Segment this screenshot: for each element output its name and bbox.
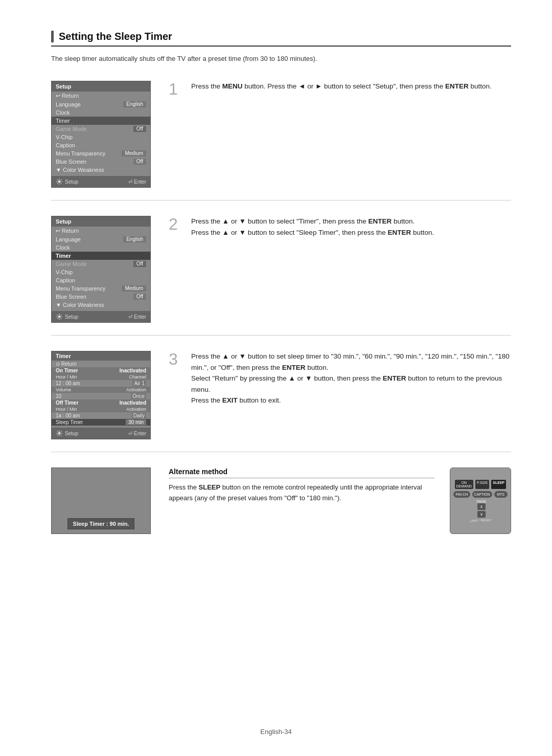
step-3-image: Timer ⊙ Return On TimerInactivated Hour … xyxy=(51,351,153,439)
gear-icon-3 xyxy=(56,430,63,437)
setup-menu-title: Setup xyxy=(52,81,150,92)
sleep-screen: Sleep Timer : 90 min. xyxy=(51,468,151,534)
menu2-item-blue-screen: Blue ScreenOff xyxy=(52,293,150,301)
footer-page-number: English-34 xyxy=(260,728,291,736)
menu2-item-caption: Caption xyxy=(52,276,150,284)
remote-caption-btn: CAPTION xyxy=(472,491,492,498)
alternate-title-bar: Alternate method xyxy=(169,468,434,478)
remote-favch-btn: FAV.CH xyxy=(453,491,470,498)
step-1-number: 1 xyxy=(169,81,184,97)
step-2-image: Setup ↩ Return LanguageEnglish Clock Tim… xyxy=(51,216,153,323)
alternate-description: Press the SLEEP button on the remote con… xyxy=(169,482,434,504)
setup-footer-text: Setup xyxy=(65,179,78,185)
step-1-content: 1 Press the MENU button. Press the ◄ or … xyxy=(169,81,511,97)
setup-footer-label: Setup xyxy=(56,178,78,185)
remote-psize-btn: P.SIZE xyxy=(475,480,489,489)
menu2-item-clock: Clock xyxy=(52,243,150,252)
section-description: The sleep timer automatically shuts off … xyxy=(51,55,511,62)
timer-menu-screen: Timer ⊙ Return On TimerInactivated Hour … xyxy=(51,351,151,439)
timer-volume-val: 10Once xyxy=(52,393,150,399)
timer-footer-enter: ⏎ Enter xyxy=(128,431,146,436)
timer-return: ⊙ Return xyxy=(52,361,150,367)
setup-footer-text-2: Setup xyxy=(65,314,78,320)
timer-menu-footer: Setup ⏎ Enter xyxy=(52,428,150,439)
timer-off-hourmin-val: 1a : 00 amDaily xyxy=(52,412,150,419)
menu-item-menu-transparency: Menu TransparencyMedium xyxy=(52,149,150,158)
alternate-section: Sleep Timer : 90 min. Alternate method P… xyxy=(51,468,511,534)
gear-icon xyxy=(56,178,63,185)
menu-item-gamemode: Game ModeOff xyxy=(52,125,150,133)
step-3-content: 3 Press the ▲ or ▼ button to set sleep t… xyxy=(169,351,511,406)
setup-footer-enter-2: ⏎ Enter xyxy=(128,314,146,320)
remote-mts-btn: MTS xyxy=(494,491,508,498)
remote-reset-label: ○RESET xyxy=(479,519,492,522)
timer-hourmin-val: 12 : 00 amAir 1 xyxy=(52,380,150,387)
menu-item-caption: Caption xyxy=(52,141,150,149)
timer-offtimer: Off TimerInactivated xyxy=(52,399,150,406)
step-1-image: Setup ↩ Return LanguageEnglish Clock Tim… xyxy=(51,81,153,188)
step-3-number: 3 xyxy=(169,351,184,367)
section-title-bar: Setting the Sleep Timer xyxy=(51,31,511,47)
remote-control-image: ONDEMAND P.SIZE SLEEP FAV.CH CAPTION MTS… xyxy=(450,468,511,534)
page-container: Setting the Sleep Timer The sleep timer … xyxy=(0,0,552,756)
remote-up-btn[interactable]: ∧ xyxy=(477,503,486,510)
step-2-content: 2 Press the ▲ or ▼ button to select "Tim… xyxy=(169,216,511,238)
setup-footer-label-2: Setup xyxy=(56,313,78,320)
timer-hourmin-header: Hour / MinChannel xyxy=(52,374,150,380)
menu-item-language: LanguageEnglish xyxy=(52,100,150,108)
menu-item-blue-screen: Blue ScreenOff xyxy=(52,158,150,166)
remote-arrow-col: ∧ ∨ xyxy=(477,503,486,518)
setup-menu-footer-2: Setup ⏎ Enter xyxy=(52,311,150,322)
setup-menu-screen-2: Setup ↩ Return LanguageEnglish Clock Tim… xyxy=(51,216,151,323)
remote-mid-row: FAV.CH CAPTION MTS xyxy=(453,491,507,498)
page-footer: English-34 xyxy=(0,728,552,736)
remote-page-area: PAGE ∧ ∨ xyxy=(475,500,487,518)
alternate-title: Alternate method xyxy=(169,468,227,476)
sleep-timer-label: Sleep Timer : 90 min. xyxy=(67,518,135,529)
page-title: Setting the Sleep Timer xyxy=(59,31,172,42)
setup-footer-enter: ⏎ Enter xyxy=(128,179,146,185)
timer-footer-label: Setup xyxy=(56,430,78,437)
alternate-image: Sleep Timer : 90 min. xyxy=(51,468,153,534)
step-3-row: Timer ⊙ Return On TimerInactivated Hour … xyxy=(51,351,511,452)
timer-ontimer: On TimerInactivated xyxy=(52,367,150,374)
gear-icon-2 xyxy=(56,313,63,320)
setup-menu-title-2: Setup xyxy=(52,216,150,227)
sleep-timer-row: Sleep Timer30 min xyxy=(52,419,150,426)
menu-item-timer: Timer xyxy=(52,117,150,125)
menu-item-clock: Clock xyxy=(52,108,150,117)
remote-sleep-btn: SLEEP xyxy=(491,480,506,489)
menu-item-vchip: V-Chip xyxy=(52,133,150,141)
svg-point-2 xyxy=(58,432,61,435)
remote-page-label: PAGE xyxy=(477,500,487,503)
menu2-item-vchip: V-Chip xyxy=(52,268,150,276)
menu2-item-return: ↩ Return xyxy=(52,227,150,235)
timer-volume-header: VolumeActivation xyxy=(52,387,150,393)
alternate-content: Alternate method Press the SLEEP button … xyxy=(169,468,511,534)
remote-top-row: ONDEMAND P.SIZE SLEEP xyxy=(455,480,507,489)
timer-footer-text: Setup xyxy=(65,431,78,436)
menu-item-color-weakness: ▼ Color Weakness xyxy=(52,166,150,174)
alternate-remote-container: Alternate method Press the SLEEP button … xyxy=(169,468,511,534)
menu2-item-gamemode: Game ModeOff xyxy=(52,260,150,268)
menu2-item-menu-transparency: Menu TransparencyMedium xyxy=(52,284,150,293)
step-3-text: Press the ▲ or ▼ button to set sleep tim… xyxy=(191,351,511,406)
timer-off-hourmin-header: Hour / MinActivation xyxy=(52,406,150,412)
remote-bottom-labels: △SET ○RESET xyxy=(470,519,491,522)
menu2-item-language: LanguageEnglish xyxy=(52,235,150,243)
remote-on-demand-btn: ONDEMAND xyxy=(455,480,473,489)
alternate-text-block: Alternate method Press the SLEEP button … xyxy=(169,468,434,504)
step-2-row: Setup ↩ Return LanguageEnglish Clock Tim… xyxy=(51,216,511,336)
remote-set-label: △SET xyxy=(470,519,478,522)
svg-point-0 xyxy=(58,181,61,183)
menu2-item-timer: Timer xyxy=(52,252,150,260)
menu-item-return: ↩ Return xyxy=(52,92,150,100)
timer-menu-title: Timer xyxy=(52,351,150,361)
remote-down-btn[interactable]: ∨ xyxy=(477,511,486,518)
step-2-number: 2 xyxy=(169,216,184,232)
title-accent xyxy=(51,31,54,42)
step-1-text: Press the MENU button. Press the ◄ or ► … xyxy=(191,81,492,92)
step-1-row: Setup ↩ Return LanguageEnglish Clock Tim… xyxy=(51,81,511,201)
svg-point-1 xyxy=(58,316,61,318)
step-2-text: Press the ▲ or ▼ button to select "Timer… xyxy=(191,216,434,238)
